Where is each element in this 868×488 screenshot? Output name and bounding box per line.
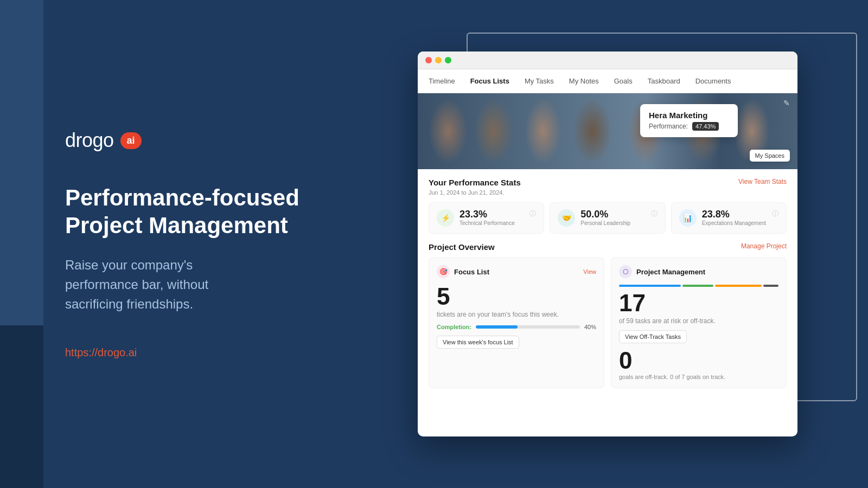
stat-icon-leadership: 🤝: [558, 209, 575, 227]
pm-title: Project Management: [636, 268, 705, 276]
hero-perf-value: 47.43%: [692, 122, 719, 131]
focus-list-big-number: 5: [437, 285, 596, 309]
logo-badge: ai: [120, 132, 142, 149]
view-off-track-button[interactable]: View Off-Track Tasks: [619, 330, 687, 343]
headline: Performance-focusedProject Management: [65, 184, 347, 239]
mini-bar-1: [619, 285, 681, 287]
hero-card-perf: Performance: 47.43%: [649, 122, 729, 131]
hero-people-photo: [418, 93, 797, 169]
stat-help-technical[interactable]: ⓘ: [529, 209, 536, 219]
stat-value-leadership: 50.0%: [580, 209, 645, 219]
view-team-stats-link[interactable]: View Team Stats: [738, 178, 787, 185]
focus-list-left: 🎯 Focus List: [437, 265, 489, 278]
stat-value-technical: 23.3%: [459, 209, 524, 219]
main-content: Your Performance Stats View Team Stats J…: [418, 169, 797, 397]
overview-grid: 🎯 Focus List View 5 tickets are on your …: [429, 257, 787, 388]
progress-bar-fill: [476, 325, 518, 329]
logo: drogo ai: [65, 129, 347, 152]
project-overview: Project Overview Manage Project 🎯 Focus …: [429, 242, 787, 388]
focus-list-view-link[interactable]: View: [583, 268, 596, 275]
edit-icon[interactable]: ✎: [783, 99, 790, 107]
completion-label: Completion:: [437, 324, 471, 330]
stat-help-expectations[interactable]: ⓘ: [772, 209, 778, 219]
right-panel: Timeline Focus Lists My Tasks My Notes G…: [380, 0, 868, 488]
hero-perf-label: Performance:: [649, 123, 688, 130]
nav-item-my-notes[interactable]: My Notes: [569, 75, 599, 87]
my-spaces-button[interactable]: My Spaces: [750, 150, 790, 162]
browser-dot-green[interactable]: [445, 57, 451, 63]
date-range: Jun 1, 2024 to Jun 21, 2024.: [429, 189, 787, 196]
perf-stats-header: Your Performance Stats View Team Stats: [429, 178, 787, 187]
pm-icon: ⬡: [619, 265, 632, 278]
completion-row: Completion: 40%: [437, 324, 596, 330]
left-panel: drogo ai Performance-focusedProject Mana…: [43, 0, 380, 488]
logo-text: drogo: [65, 129, 114, 152]
stat-card-expectations: 📊 23.8% Expectations Management ⓘ: [671, 202, 787, 234]
project-overview-title: Project Overview: [429, 242, 495, 252]
url-link[interactable]: https://drogo.ai: [65, 346, 347, 359]
browser-chrome: [418, 52, 797, 69]
stat-value-expectations: 23.8%: [702, 209, 767, 219]
stat-info-expectations: 23.8% Expectations Management: [702, 209, 767, 226]
browser-dot-red[interactable]: [425, 57, 432, 63]
stat-icon-expectations: 📊: [679, 209, 697, 227]
pm-desc: of 59 tasks are at risk or off-track.: [619, 317, 778, 325]
focus-list-desc: tickets are on your team's focus this we…: [437, 311, 596, 318]
pm-card-left: ⬡ Project Management: [619, 265, 705, 278]
pm-mini-bars: [619, 285, 778, 287]
progress-pct: 40%: [584, 324, 596, 330]
perf-stats-title: Your Performance Stats: [429, 178, 521, 187]
browser-window: Timeline Focus Lists My Tasks My Notes G…: [418, 52, 797, 436]
strip-top: [0, 0, 43, 325]
browser-dot-yellow[interactable]: [435, 57, 442, 63]
stat-icon-technical: ⚡: [437, 209, 454, 227]
stat-card-leadership: 🤝 50.0% Personal Leadership ⓘ: [550, 202, 665, 234]
pm-big-number: 17: [619, 291, 778, 315]
mini-bar-4: [763, 285, 779, 287]
stat-info-technical: 23.3% Technical Performance: [459, 209, 524, 226]
subtext: Raise your company'sperformance bar, wit…: [65, 255, 347, 314]
stat-label-leadership: Personal Leadership: [580, 220, 645, 226]
hero-marketing-card: Hera Marketing Performance: 47.43%: [640, 104, 738, 137]
left-accent-strips: [0, 0, 43, 488]
nav-item-goals[interactable]: Goals: [614, 75, 633, 87]
nav-item-documents[interactable]: Documents: [695, 75, 731, 87]
nav-item-focus-lists[interactable]: Focus Lists: [470, 75, 509, 87]
nav-item-timeline[interactable]: Timeline: [429, 75, 455, 87]
mini-bar-2: [682, 285, 713, 287]
focus-list-title: Focus List: [454, 268, 489, 276]
progress-bar-bg: [476, 325, 580, 329]
stat-help-leadership[interactable]: ⓘ: [651, 209, 658, 219]
manage-project-link[interactable]: Manage Project: [741, 242, 787, 250]
nav-item-my-tasks[interactable]: My Tasks: [525, 75, 554, 87]
view-focus-list-button[interactable]: View this week's focus List: [437, 336, 519, 349]
hero-banner: ✎ Hera Marketing Performance: 47.43% My …: [418, 93, 797, 169]
pm-zero-desc: goals are off-track. 0 of 7 goals on tra…: [619, 374, 778, 380]
nav-item-taskboard[interactable]: Taskboard: [648, 75, 680, 87]
project-management-card: ⬡ Project Management 17 of 59 tas: [611, 257, 787, 388]
strip-bottom: [0, 325, 43, 488]
focus-list-card: 🎯 Focus List View 5 tickets are on your …: [429, 257, 604, 388]
focus-list-header: 🎯 Focus List View: [437, 265, 596, 278]
stat-info-leadership: 50.0% Personal Leadership: [580, 209, 645, 226]
focus-list-icon: 🎯: [437, 265, 450, 278]
pm-card-header: ⬡ Project Management: [619, 265, 778, 278]
pm-zero-number: 0: [619, 349, 778, 373]
stat-label-expectations: Expectations Management: [702, 220, 767, 226]
mini-bar-3: [715, 285, 762, 287]
stat-label-technical: Technical Performance: [459, 220, 524, 226]
project-overview-header: Project Overview Manage Project: [429, 242, 787, 252]
hero-card-title: Hera Marketing: [649, 111, 729, 120]
stats-grid: ⚡ 23.3% Technical Performance ⓘ 🤝 50.0% …: [429, 202, 787, 234]
stat-card-technical: ⚡ 23.3% Technical Performance ⓘ: [429, 202, 544, 234]
nav-bar: Timeline Focus Lists My Tasks My Notes G…: [418, 69, 797, 93]
